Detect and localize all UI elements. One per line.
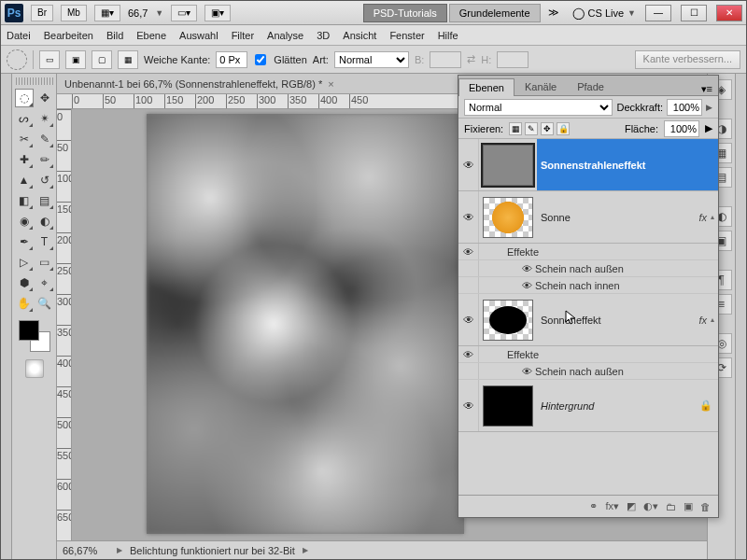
gradient-tool-icon[interactable]: ▤: [35, 191, 54, 210]
eraser-tool-icon[interactable]: ◧: [15, 191, 34, 210]
crop-tool-icon[interactable]: ✂: [15, 130, 34, 148]
feather-input[interactable]: [216, 51, 247, 68]
eyedropper-tool-icon[interactable]: ✎: [35, 130, 54, 148]
menu-datei[interactable]: Datei: [7, 30, 31, 41]
cslive-button[interactable]: CS Live▼: [572, 7, 636, 20]
tab-ebenen[interactable]: Ebenen: [458, 78, 514, 96]
layer-name[interactable]: Hintergrund: [537, 400, 699, 412]
layer-name[interactable]: Sonnenstrahleneffekt: [537, 160, 718, 171]
fx-menu-icon[interactable]: fx▾: [605, 500, 619, 512]
effect-inner-glow[interactable]: 👁 Schein nach innen: [458, 277, 718, 294]
new-layer-icon[interactable]: ▣: [684, 500, 693, 512]
layer-thumb[interactable]: [483, 197, 533, 238]
minimize-button[interactable]: —: [645, 5, 671, 21]
3d-camera-icon[interactable]: ⌖: [35, 273, 54, 292]
visibility-icon[interactable]: 👁: [458, 380, 479, 431]
effect-outer-glow[interactable]: 👁 Schein nach außen: [458, 363, 718, 380]
opacity-input[interactable]: [667, 99, 702, 116]
mask-icon[interactable]: ◩: [627, 500, 636, 512]
intersect-selection-icon[interactable]: ▦: [118, 50, 138, 69]
lock-transparent-icon[interactable]: ▦: [509, 122, 522, 135]
fill-input[interactable]: [664, 120, 699, 137]
hand-tool-icon[interactable]: ✋: [15, 294, 34, 313]
fg-color[interactable]: [19, 320, 39, 341]
style-select[interactable]: Normal: [334, 51, 409, 68]
layer-name[interactable]: Sonne: [537, 212, 695, 223]
view-extras-button[interactable]: ▦▾: [94, 5, 120, 21]
effects-row[interactable]: 👁Effekte: [458, 244, 718, 260]
status-zoom[interactable]: 66,67%: [63, 545, 109, 556]
wand-tool-icon[interactable]: ✴: [35, 109, 54, 128]
tab-close-icon[interactable]: ×: [328, 78, 333, 90]
zoom-level[interactable]: 66,7: [128, 7, 148, 19]
subtract-selection-icon[interactable]: ▢: [92, 50, 112, 69]
workspace-tab-active[interactable]: PSD-Tutorials: [363, 4, 447, 22]
panel-menu-icon[interactable]: ▾≡: [696, 83, 718, 95]
stamp-tool-icon[interactable]: ▲: [15, 171, 34, 189]
close-button[interactable]: ✕: [716, 5, 742, 21]
blur-tool-icon[interactable]: ◉: [15, 212, 34, 231]
maximize-button[interactable]: ☐: [681, 5, 707, 21]
arrange-button[interactable]: ▭▾: [171, 5, 197, 21]
shape-tool-icon[interactable]: ▭: [35, 253, 54, 272]
lock-position-icon[interactable]: ✥: [541, 122, 554, 135]
heal-tool-icon[interactable]: ✚: [15, 150, 34, 169]
pen-tool-icon[interactable]: ✒: [15, 232, 34, 251]
visibility-icon[interactable]: 👁: [458, 139, 479, 190]
path-select-icon[interactable]: ▷: [15, 253, 34, 272]
layer-thumb[interactable]: [483, 145, 533, 186]
ps-icon[interactable]: Ps: [5, 4, 23, 22]
menu-auswahl[interactable]: Auswahl: [179, 30, 218, 41]
toolbox-handle[interactable]: [16, 77, 53, 85]
layer-thumb[interactable]: [483, 385, 533, 427]
visibility-icon[interactable]: 👁: [458, 294, 479, 345]
screenmode-button[interactable]: ▣▾: [204, 5, 231, 21]
quickmask-icon[interactable]: [25, 359, 44, 378]
tab-pfade[interactable]: Pfade: [567, 77, 614, 95]
dodge-tool-icon[interactable]: ◐: [35, 212, 54, 231]
lock-all-icon[interactable]: 🔒: [557, 122, 570, 135]
bridge-button[interactable]: Br: [31, 5, 53, 21]
layer-row[interactable]: 👁 Hintergrund 🔒: [458, 380, 718, 432]
layer-row[interactable]: 👁 Sonneneffekt fx▴: [458, 294, 718, 346]
menu-ebene[interactable]: Ebene: [136, 30, 166, 41]
type-tool-icon[interactable]: T: [35, 232, 54, 251]
workspace-more[interactable]: ≫: [543, 7, 565, 19]
fx-badge[interactable]: fx: [695, 315, 711, 326]
menu-ansicht[interactable]: Ansicht: [343, 30, 376, 41]
tool-preset-icon[interactable]: [7, 49, 27, 70]
menu-bild[interactable]: Bild: [106, 30, 123, 41]
history-brush-icon[interactable]: ↺: [35, 171, 54, 189]
brush-tool-icon[interactable]: ✏: [35, 150, 54, 169]
menu-filter[interactable]: Filter: [232, 30, 254, 41]
3d-tool-icon[interactable]: ⬢: [15, 273, 34, 292]
fx-badge[interactable]: fx: [695, 212, 711, 223]
layer-thumb[interactable]: [483, 300, 533, 341]
marquee-tool-icon[interactable]: ◌: [15, 89, 34, 107]
group-icon[interactable]: 🗀: [666, 501, 676, 512]
lasso-tool-icon[interactable]: ᔕ: [15, 109, 34, 128]
effect-outer-glow[interactable]: 👁 Schein nach außen: [458, 260, 718, 277]
adjustment-icon[interactable]: ◐▾: [643, 500, 658, 512]
tab-kanale[interactable]: Kanäle: [514, 77, 567, 95]
link-layers-icon[interactable]: ⚭: [589, 500, 598, 512]
menu-analyse[interactable]: Analyse: [267, 30, 303, 41]
workspace-tab[interactable]: Grundelemente: [449, 4, 541, 22]
delete-layer-icon[interactable]: 🗑: [700, 501, 711, 512]
vertical-ruler[interactable]: 050100150200250300350400450500550600650: [57, 109, 72, 540]
layer-row[interactable]: 👁 Sonne fx▴: [458, 191, 718, 244]
visibility-icon[interactable]: 👁: [458, 191, 479, 243]
antialias-checkbox[interactable]: [255, 54, 266, 65]
move-tool-icon[interactable]: ✥: [35, 89, 54, 107]
new-selection-icon[interactable]: ▭: [39, 50, 60, 69]
effects-row[interactable]: 👁Effekte: [458, 346, 718, 363]
layer-row[interactable]: 👁 Sonnenstrahleneffekt: [458, 139, 718, 191]
add-selection-icon[interactable]: ▣: [65, 50, 86, 69]
menu-bearbeiten[interactable]: Bearbeiten: [44, 30, 93, 41]
zoom-tool-icon[interactable]: 🔍: [35, 294, 54, 313]
color-swatches[interactable]: [19, 320, 50, 352]
refine-edge-button[interactable]: Kante verbessern...: [635, 50, 740, 69]
blend-mode-select[interactable]: Normal: [464, 99, 613, 116]
lock-pixels-icon[interactable]: ✎: [525, 122, 538, 135]
minibridge-button[interactable]: Mb: [61, 5, 87, 21]
